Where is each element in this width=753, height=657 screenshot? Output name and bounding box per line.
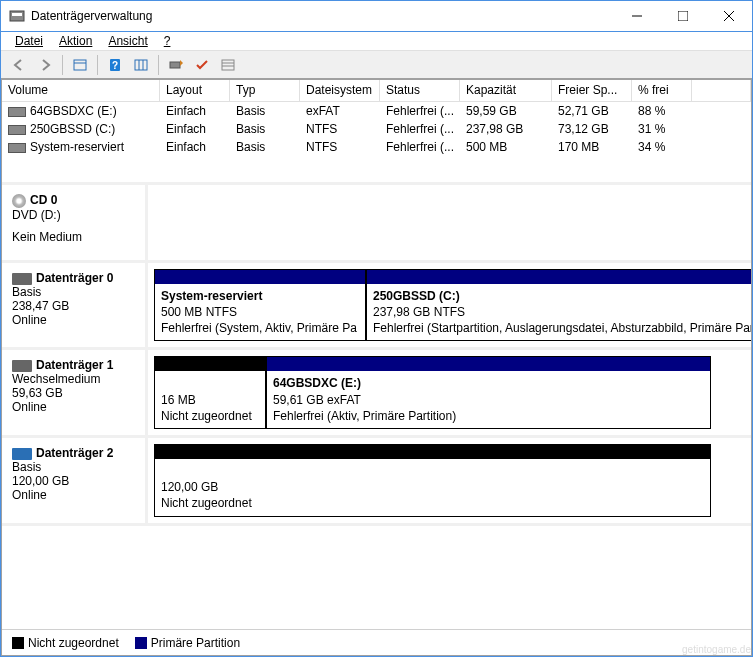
- partition-status: Fehlerfrei (Aktiv, Primäre Partition): [273, 409, 456, 423]
- content-area: Volume Layout Typ Dateisystem Status Kap…: [1, 79, 752, 656]
- legend: Nicht zugeordnet Primäre Partition: [2, 629, 751, 655]
- col-spacer[interactable]: [692, 80, 751, 101]
- menu-view[interactable]: Ansicht: [102, 32, 153, 50]
- disk-icon: [12, 360, 32, 372]
- menu-help[interactable]: ?: [158, 32, 177, 50]
- disk-size: 59,63 GB: [12, 386, 135, 400]
- close-button[interactable]: [706, 1, 752, 31]
- list-button[interactable]: [216, 54, 240, 76]
- partition-unallocated[interactable]: 16 MBNicht zugeordnet: [154, 356, 266, 429]
- col-percent[interactable]: % frei: [632, 80, 692, 101]
- svg-rect-1: [12, 13, 22, 16]
- titlebar: Datenträgerverwaltung: [1, 1, 752, 31]
- partition-e-drive[interactable]: 64GBSDXC (E:)59,61 GB exFATFehlerfrei (A…: [266, 356, 711, 429]
- partition-header: [155, 445, 710, 459]
- view-button[interactable]: [68, 54, 92, 76]
- col-layout[interactable]: Layout: [160, 80, 230, 101]
- partition-unallocated[interactable]: 120,00 GBNicht zugeordnet: [154, 444, 711, 517]
- app-icon: [9, 8, 25, 24]
- disk-info[interactable]: Datenträger 2 Basis 120,00 GB Online: [2, 438, 148, 523]
- volume-list-body: 64GBSDXC (E:)EinfachBasisexFATFehlerfrei…: [2, 102, 751, 182]
- refresh-button[interactable]: [164, 54, 188, 76]
- partition-header: [155, 357, 265, 371]
- partition-title: 250GBSSD (C:): [373, 289, 460, 303]
- svg-text:?: ?: [112, 60, 118, 71]
- volume-row[interactable]: System-reserviertEinfachBasisNTFSFehlerf…: [2, 138, 751, 156]
- col-status[interactable]: Status: [380, 80, 460, 101]
- partition-size: 16 MB: [161, 393, 196, 407]
- disk-status: Online: [12, 400, 135, 414]
- partition-header: [155, 270, 365, 284]
- volume-name: System-reserviert: [30, 140, 124, 154]
- toolbar-separator: [62, 55, 63, 75]
- disk-name: CD 0: [30, 193, 57, 207]
- partition-header: [367, 270, 751, 284]
- col-free[interactable]: Freier Sp...: [552, 80, 632, 101]
- partition-c-drive[interactable]: 250GBSSD (C:)237,98 GB NTFSFehlerfrei (S…: [366, 269, 751, 342]
- partition-status: Nicht zugeordnet: [161, 409, 252, 423]
- volume-icon: [8, 143, 26, 153]
- partition-size: 120,00 GB: [161, 480, 218, 494]
- menu-file[interactable]: Datei: [9, 32, 49, 50]
- menu-action[interactable]: Aktion: [53, 32, 98, 50]
- partition-size: 500 MB NTFS: [161, 305, 237, 319]
- volume-row[interactable]: 250GBSSD (C:)EinfachBasisNTFSFehlerfrei …: [2, 120, 751, 138]
- help-icon[interactable]: ?: [103, 54, 127, 76]
- col-volume[interactable]: Volume: [2, 80, 160, 101]
- volume-icon: [8, 125, 26, 135]
- col-capacity[interactable]: Kapazität: [460, 80, 552, 101]
- partition-status: Fehlerfrei (System, Aktiv, Primäre Pa: [161, 321, 357, 335]
- menubar: Datei Aktion Ansicht ?: [1, 31, 752, 51]
- disk-status: Online: [12, 313, 135, 327]
- toolbar: ?: [1, 51, 752, 79]
- svg-rect-10: [135, 60, 147, 70]
- col-filesystem[interactable]: Dateisystem: [300, 80, 380, 101]
- grid-button[interactable]: [129, 54, 153, 76]
- legend-label: Nicht zugeordnet: [28, 636, 119, 650]
- legend-label: Primäre Partition: [151, 636, 240, 650]
- volume-list: Volume Layout Typ Dateisystem Status Kap…: [2, 80, 751, 185]
- check-button[interactable]: [190, 54, 214, 76]
- disk-info[interactable]: Datenträger 1 Wechselmedium 59,63 GB Onl…: [2, 350, 148, 435]
- partition-size: 237,98 GB NTFS: [373, 305, 465, 319]
- col-type[interactable]: Typ: [230, 80, 300, 101]
- disk-panels: CD 0 DVD (D:) Kein Medium Datenträger 0 …: [2, 185, 751, 629]
- disk-layout: 16 MBNicht zugeordnet 64GBSDXC (E:)59,61…: [148, 350, 751, 435]
- maximize-button[interactable]: [660, 1, 706, 31]
- partition-title: System-reserviert: [161, 289, 262, 303]
- disk-size: 238,47 GB: [12, 299, 135, 313]
- disk-icon: [12, 448, 32, 460]
- disk-name: Datenträger 0: [36, 271, 113, 285]
- legend-swatch-unallocated: [12, 637, 24, 649]
- toolbar-separator: [158, 55, 159, 75]
- disk-layout: [148, 185, 751, 260]
- partition-system-reserved[interactable]: System-reserviert500 MB NTFSFehlerfrei (…: [154, 269, 366, 342]
- legend-swatch-primary: [135, 637, 147, 649]
- volume-name: 250GBSSD (C:): [30, 122, 115, 136]
- partition-header: [267, 357, 710, 371]
- partition-status: Nicht zugeordnet: [161, 496, 252, 510]
- partition-size: 59,61 GB exFAT: [273, 393, 361, 407]
- forward-button[interactable]: [33, 54, 57, 76]
- disk-info[interactable]: Datenträger 0 Basis 238,47 GB Online: [2, 263, 148, 348]
- volume-list-header: Volume Layout Typ Dateisystem Status Kap…: [2, 80, 751, 102]
- back-button[interactable]: [7, 54, 31, 76]
- window-title: Datenträgerverwaltung: [31, 9, 614, 23]
- disk-info[interactable]: CD 0 DVD (D:) Kein Medium: [2, 185, 148, 260]
- disk-type: Wechselmedium: [12, 372, 135, 386]
- disk-type: Basis: [12, 460, 135, 474]
- disk-icon: [12, 273, 32, 285]
- minimize-button[interactable]: [614, 1, 660, 31]
- disk-row-d0: Datenträger 0 Basis 238,47 GB Online Sys…: [2, 263, 751, 351]
- svg-rect-6: [74, 60, 86, 70]
- volume-icon: [8, 107, 26, 117]
- disk-layout: System-reserviert500 MB NTFSFehlerfrei (…: [148, 263, 751, 348]
- disk-row-d2: Datenträger 2 Basis 120,00 GB Online 120…: [2, 438, 751, 526]
- disk-layout: 120,00 GBNicht zugeordnet: [148, 438, 751, 523]
- disk-name: Datenträger 2: [36, 446, 113, 460]
- volume-row[interactable]: 64GBSDXC (E:)EinfachBasisexFATFehlerfrei…: [2, 102, 751, 120]
- disk-type: Basis: [12, 285, 135, 299]
- svg-rect-14: [222, 60, 234, 70]
- disk-status: Online: [12, 488, 135, 502]
- cd-icon: [12, 194, 26, 208]
